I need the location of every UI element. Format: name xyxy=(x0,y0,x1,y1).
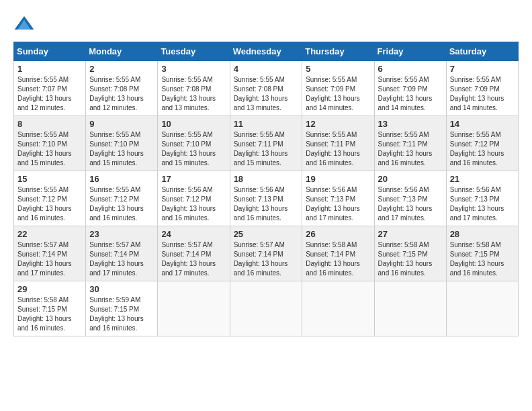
calendar-cell-22: 22Sunrise: 5:57 AMSunset: 7:14 PMDayligh… xyxy=(14,226,86,281)
column-header-sunday: Sunday xyxy=(14,42,86,61)
day-info: Sunrise: 5:55 AMSunset: 7:11 PMDaylight:… xyxy=(234,131,288,167)
logo xyxy=(13,13,39,35)
day-number: 24 xyxy=(161,229,226,239)
day-info: Sunrise: 5:55 AMSunset: 7:11 PMDaylight:… xyxy=(378,131,433,167)
day-number: 17 xyxy=(161,174,226,184)
day-info: Sunrise: 5:55 AMSunset: 7:07 PMDaylight:… xyxy=(17,76,72,111)
day-info: Sunrise: 5:55 AMSunset: 7:09 PMDaylight:… xyxy=(306,76,360,111)
day-info: Sunrise: 5:56 AMSunset: 7:13 PMDaylight:… xyxy=(378,186,433,222)
calendar-cell-29: 29Sunrise: 5:58 AMSunset: 7:15 PMDayligh… xyxy=(14,281,86,336)
calendar-cell-empty xyxy=(302,281,374,336)
day-number: 30 xyxy=(89,284,154,294)
calendar-cell-15: 15Sunrise: 5:55 AMSunset: 7:12 PMDayligh… xyxy=(14,171,86,226)
day-number: 7 xyxy=(450,64,515,74)
calendar-cell-19: 19Sunrise: 5:56 AMSunset: 7:13 PMDayligh… xyxy=(302,171,374,226)
calendar-week-5: 29Sunrise: 5:58 AMSunset: 7:15 PMDayligh… xyxy=(14,281,519,336)
day-number: 4 xyxy=(234,64,299,74)
day-info: Sunrise: 5:55 AMSunset: 7:08 PMDaylight:… xyxy=(234,76,288,111)
day-number: 27 xyxy=(378,229,443,239)
day-info: Sunrise: 5:58 AMSunset: 7:15 PMDaylight:… xyxy=(450,241,504,277)
day-number: 21 xyxy=(450,174,515,184)
day-info: Sunrise: 5:55 AMSunset: 7:12 PMDaylight:… xyxy=(89,186,144,222)
calendar-cell-empty xyxy=(446,281,518,336)
day-info: Sunrise: 5:56 AMSunset: 7:13 PMDaylight:… xyxy=(306,186,360,222)
calendar-cell-7: 7Sunrise: 5:55 AMSunset: 7:09 PMDaylight… xyxy=(446,61,518,116)
day-number: 20 xyxy=(378,174,443,184)
day-number: 2 xyxy=(89,64,154,74)
calendar-cell-3: 3Sunrise: 5:55 AMSunset: 7:08 PMDaylight… xyxy=(158,61,230,116)
calendar-cell-empty xyxy=(374,281,446,336)
calendar-cell-10: 10Sunrise: 5:55 AMSunset: 7:10 PMDayligh… xyxy=(158,116,230,171)
calendar-cell-20: 20Sunrise: 5:56 AMSunset: 7:13 PMDayligh… xyxy=(374,171,446,226)
day-number: 3 xyxy=(161,64,226,74)
day-info: Sunrise: 5:55 AMSunset: 7:12 PMDaylight:… xyxy=(450,131,504,167)
day-info: Sunrise: 5:55 AMSunset: 7:12 PMDaylight:… xyxy=(17,186,72,222)
calendar-body: 1Sunrise: 5:55 AMSunset: 7:07 PMDaylight… xyxy=(14,61,519,336)
calendar-cell-5: 5Sunrise: 5:55 AMSunset: 7:09 PMDaylight… xyxy=(302,61,374,116)
day-number: 18 xyxy=(234,174,299,184)
day-info: Sunrise: 5:56 AMSunset: 7:13 PMDaylight:… xyxy=(450,186,504,222)
column-header-monday: Monday xyxy=(86,42,158,61)
day-info: Sunrise: 5:55 AMSunset: 7:09 PMDaylight:… xyxy=(450,76,504,111)
calendar-table: SundayMondayTuesdayWednesdayThursdayFrid… xyxy=(13,42,519,336)
day-number: 14 xyxy=(450,119,515,129)
day-info: Sunrise: 5:57 AMSunset: 7:14 PMDaylight:… xyxy=(17,241,72,277)
day-number: 6 xyxy=(378,64,443,74)
calendar-cell-1: 1Sunrise: 5:55 AMSunset: 7:07 PMDaylight… xyxy=(14,61,86,116)
day-info: Sunrise: 5:55 AMSunset: 7:08 PMDaylight:… xyxy=(89,76,144,111)
calendar-cell-4: 4Sunrise: 5:55 AMSunset: 7:08 PMDaylight… xyxy=(230,61,302,116)
calendar-cell-9: 9Sunrise: 5:55 AMSunset: 7:10 PMDaylight… xyxy=(86,116,158,171)
day-info: Sunrise: 5:58 AMSunset: 7:14 PMDaylight:… xyxy=(306,241,360,277)
column-header-tuesday: Tuesday xyxy=(158,42,230,61)
day-info: Sunrise: 5:56 AMSunset: 7:12 PMDaylight:… xyxy=(161,186,216,222)
day-info: Sunrise: 5:57 AMSunset: 7:14 PMDaylight:… xyxy=(234,241,288,277)
day-info: Sunrise: 5:55 AMSunset: 7:11 PMDaylight:… xyxy=(306,131,360,167)
column-header-wednesday: Wednesday xyxy=(230,42,302,61)
calendar-header-row: SundayMondayTuesdayWednesdayThursdayFrid… xyxy=(14,42,519,61)
day-number: 15 xyxy=(17,174,82,184)
calendar-cell-26: 26Sunrise: 5:58 AMSunset: 7:14 PMDayligh… xyxy=(302,226,374,281)
day-info: Sunrise: 5:55 AMSunset: 7:08 PMDaylight:… xyxy=(161,76,216,111)
calendar-cell-11: 11Sunrise: 5:55 AMSunset: 7:11 PMDayligh… xyxy=(230,116,302,171)
page-header xyxy=(13,13,519,35)
day-number: 25 xyxy=(234,229,299,239)
day-number: 5 xyxy=(306,64,370,74)
day-number: 12 xyxy=(306,119,370,129)
day-info: Sunrise: 5:58 AMSunset: 7:15 PMDaylight:… xyxy=(17,296,72,332)
calendar-cell-28: 28Sunrise: 5:58 AMSunset: 7:15 PMDayligh… xyxy=(446,226,518,281)
day-number: 23 xyxy=(89,229,154,239)
day-number: 10 xyxy=(161,119,226,129)
calendar-cell-27: 27Sunrise: 5:58 AMSunset: 7:15 PMDayligh… xyxy=(374,226,446,281)
calendar-cell-empty xyxy=(158,281,230,336)
calendar-cell-6: 6Sunrise: 5:55 AMSunset: 7:09 PMDaylight… xyxy=(374,61,446,116)
column-header-friday: Friday xyxy=(374,42,446,61)
day-info: Sunrise: 5:55 AMSunset: 7:09 PMDaylight:… xyxy=(378,76,433,111)
day-info: Sunrise: 5:58 AMSunset: 7:15 PMDaylight:… xyxy=(378,241,433,277)
calendar-cell-21: 21Sunrise: 5:56 AMSunset: 7:13 PMDayligh… xyxy=(446,171,518,226)
calendar-cell-13: 13Sunrise: 5:55 AMSunset: 7:11 PMDayligh… xyxy=(374,116,446,171)
day-number: 9 xyxy=(89,119,154,129)
calendar-cell-12: 12Sunrise: 5:55 AMSunset: 7:11 PMDayligh… xyxy=(302,116,374,171)
calendar-cell-14: 14Sunrise: 5:55 AMSunset: 7:12 PMDayligh… xyxy=(446,116,518,171)
calendar-cell-23: 23Sunrise: 5:57 AMSunset: 7:14 PMDayligh… xyxy=(86,226,158,281)
calendar-cell-16: 16Sunrise: 5:55 AMSunset: 7:12 PMDayligh… xyxy=(86,171,158,226)
day-info: Sunrise: 5:57 AMSunset: 7:14 PMDaylight:… xyxy=(161,241,216,277)
day-info: Sunrise: 5:56 AMSunset: 7:13 PMDaylight:… xyxy=(234,186,288,222)
calendar-cell-30: 30Sunrise: 5:59 AMSunset: 7:15 PMDayligh… xyxy=(86,281,158,336)
day-info: Sunrise: 5:55 AMSunset: 7:10 PMDaylight:… xyxy=(17,131,72,167)
day-number: 29 xyxy=(17,284,82,294)
calendar-week-4: 22Sunrise: 5:57 AMSunset: 7:14 PMDayligh… xyxy=(14,226,519,281)
calendar-week-3: 15Sunrise: 5:55 AMSunset: 7:12 PMDayligh… xyxy=(14,171,519,226)
calendar-cell-8: 8Sunrise: 5:55 AMSunset: 7:10 PMDaylight… xyxy=(14,116,86,171)
calendar-cell-2: 2Sunrise: 5:55 AMSunset: 7:08 PMDaylight… xyxy=(86,61,158,116)
day-number: 1 xyxy=(17,64,82,74)
day-info: Sunrise: 5:55 AMSunset: 7:10 PMDaylight:… xyxy=(89,131,144,167)
logo-icon xyxy=(13,13,35,35)
day-info: Sunrise: 5:55 AMSunset: 7:10 PMDaylight:… xyxy=(161,131,216,167)
day-number: 8 xyxy=(17,119,82,129)
day-number: 19 xyxy=(306,174,370,184)
day-number: 26 xyxy=(306,229,370,239)
calendar-cell-18: 18Sunrise: 5:56 AMSunset: 7:13 PMDayligh… xyxy=(230,171,302,226)
calendar-week-1: 1Sunrise: 5:55 AMSunset: 7:07 PMDaylight… xyxy=(14,61,519,116)
column-header-saturday: Saturday xyxy=(446,42,518,61)
